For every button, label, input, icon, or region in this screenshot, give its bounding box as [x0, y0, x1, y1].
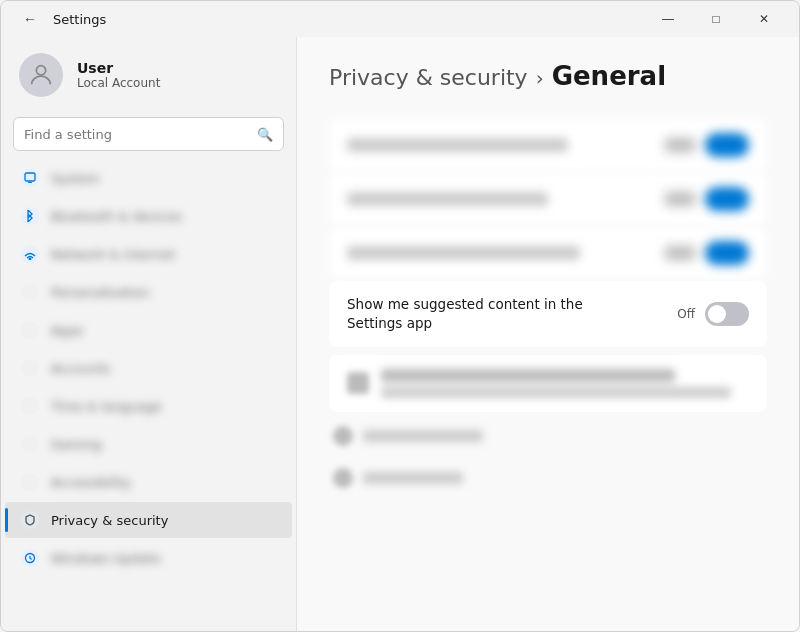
sidebar: User Local Account 🔍 System [1, 37, 297, 631]
maximize-button[interactable]: □ [693, 3, 739, 35]
time-icon [21, 397, 39, 415]
sidebar-item-label-system: System [51, 171, 99, 186]
windows-update-icon [21, 549, 39, 567]
setting-row-1 [329, 119, 767, 171]
accounts-icon [21, 359, 39, 377]
blurred-info-icon [347, 372, 369, 394]
sidebar-item-accounts[interactable]: Accounts [5, 350, 292, 386]
avatar [19, 53, 63, 97]
personalisation-icon [21, 283, 39, 301]
back-button[interactable]: ← [17, 9, 43, 29]
accessibility-icon [21, 473, 39, 491]
setting-label-3 [347, 246, 580, 260]
suggested-content-toggle[interactable] [705, 302, 749, 326]
sidebar-item-accessibility[interactable]: Accessibility [5, 464, 292, 500]
sidebar-item-apps[interactable]: Apps [5, 312, 292, 348]
sidebar-item-bluetooth[interactable]: Bluetooth & devices [5, 198, 292, 234]
page-header: Privacy & security › General [329, 61, 767, 91]
blurred-info-row [329, 355, 767, 412]
minimize-button[interactable]: — [645, 3, 691, 35]
titlebar: ← Settings — □ ✕ [1, 1, 799, 37]
bluetooth-icon [21, 207, 39, 225]
app-body: User Local Account 🔍 System [1, 37, 799, 631]
svg-rect-2 [28, 182, 32, 183]
setting-value-2 [665, 192, 695, 206]
breadcrumb-parent: Privacy & security [329, 65, 528, 90]
sidebar-item-label-apps: Apps [51, 323, 83, 338]
settings-list: Show me suggested content in the Setting… [329, 119, 767, 347]
sidebar-nav: System Bluetooth & devices Network & int… [1, 159, 296, 577]
system-icon [21, 169, 39, 187]
sidebar-item-label-accounts: Accounts [51, 361, 110, 376]
network-icon [21, 245, 39, 263]
sidebar-item-label-personalisation: Personalisation [51, 285, 150, 300]
setting-row-suggested: Show me suggested content in the Setting… [329, 281, 767, 347]
sidebar-item-time[interactable]: Time & language [5, 388, 292, 424]
sidebar-item-system[interactable]: System [5, 160, 292, 196]
setting-right-suggested: Off [677, 302, 749, 326]
sidebar-item-gaming[interactable]: Gaming [5, 426, 292, 462]
gaming-icon [21, 435, 39, 453]
svg-point-0 [36, 66, 45, 75]
bottom-blurred-section [329, 355, 767, 498]
setting-label-2 [347, 192, 548, 206]
sidebar-item-label-windows-update: Windows Update [51, 551, 160, 566]
setting-row-2 [329, 173, 767, 225]
sidebar-item-privacy[interactable]: Privacy & security [5, 502, 292, 538]
setting-toggle-1 [705, 133, 749, 157]
settings-window: ← Settings — □ ✕ User Local Account [0, 0, 800, 632]
sidebar-item-network[interactable]: Network & internet [5, 236, 292, 272]
user-account-type: Local Account [77, 76, 160, 90]
blurred-link-icon-2 [333, 468, 353, 488]
sidebar-item-label-network: Network & internet [51, 247, 175, 262]
blurred-link-text-1 [363, 430, 483, 442]
toggle-thumb [708, 305, 726, 323]
sidebar-item-label-bluetooth: Bluetooth & devices [51, 209, 182, 224]
svg-point-3 [29, 258, 31, 260]
blurred-link-text-2 [363, 472, 463, 484]
search-input[interactable] [24, 127, 249, 142]
titlebar-controls: — □ ✕ [645, 3, 787, 35]
user-section: User Local Account [1, 37, 296, 113]
setting-value-1 [665, 138, 695, 152]
sidebar-item-label-gaming: Gaming [51, 437, 102, 452]
search-icon: 🔍 [257, 127, 273, 142]
setting-right-1 [665, 133, 749, 157]
setting-right-2 [665, 187, 749, 211]
sidebar-item-label-privacy: Privacy & security [51, 513, 168, 528]
svg-rect-1 [25, 173, 35, 181]
search-box: 🔍 [13, 117, 284, 151]
user-info: User Local Account [77, 60, 160, 90]
setting-value-3 [665, 246, 695, 260]
sidebar-item-label-time: Time & language [51, 399, 162, 414]
blurred-link-2 [329, 458, 767, 498]
setting-toggle-2 [705, 187, 749, 211]
blurred-link-icon-1 [333, 426, 353, 446]
sidebar-item-label-accessibility: Accessibility [51, 475, 131, 490]
setting-toggle-3 [705, 241, 749, 265]
privacy-icon [21, 511, 39, 529]
sidebar-item-windows-update[interactable]: Windows Update [5, 540, 292, 576]
setting-row-3 [329, 227, 767, 279]
main-content: Privacy & security › General [297, 37, 799, 631]
setting-value-suggested: Off [677, 307, 695, 321]
breadcrumb-separator: › [536, 66, 544, 90]
setting-right-3 [665, 241, 749, 265]
window-title: Settings [53, 12, 106, 27]
breadcrumb-current: General [552, 61, 666, 91]
setting-label-suggested: Show me suggested content in the Setting… [347, 295, 628, 333]
apps-icon [21, 321, 39, 339]
user-name: User [77, 60, 160, 76]
setting-label-1 [347, 138, 568, 152]
titlebar-left: ← Settings [17, 9, 106, 29]
close-button[interactable]: ✕ [741, 3, 787, 35]
sidebar-item-personalisation[interactable]: Personalisation [5, 274, 292, 310]
blurred-link-1 [329, 416, 767, 456]
